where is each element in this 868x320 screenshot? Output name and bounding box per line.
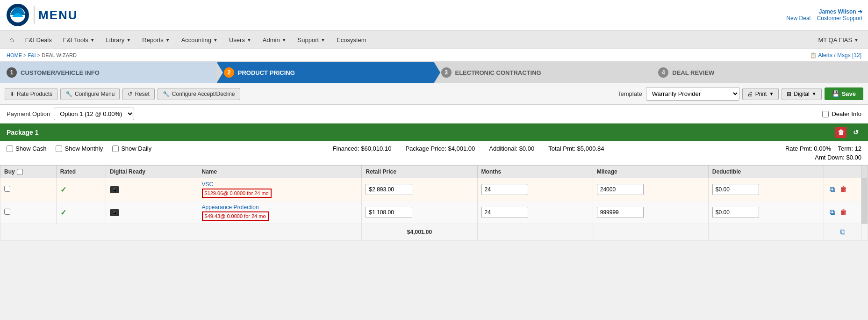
deductible-input-2[interactable] — [712, 207, 759, 218]
nav-reports[interactable]: Reports ▼ — [136, 32, 175, 48]
alerts-link[interactable]: Alerts / Msgs [12] — [818, 52, 861, 58]
package-price-value: $4,001.00 — [448, 145, 475, 152]
print-button[interactable]: 🖨 Print ▼ — [742, 88, 779, 100]
show-monthly-label[interactable]: Show Monthly — [56, 145, 103, 152]
total-actions-cell: ⧉ — [824, 224, 861, 240]
header-divider — [34, 6, 35, 24]
nav-ecosystem[interactable]: Ecosystem — [331, 32, 372, 48]
package-refresh-button[interactable]: ↺ — [850, 127, 861, 138]
nav-fi-tools[interactable]: F&I Tools ▼ — [57, 32, 100, 48]
breadcrumb: HOME > F&I > DEAL WIZARD — [7, 52, 77, 58]
months-cell-2 — [477, 201, 593, 224]
toolbar: ⬇ Rate Products 🔧 Configure Menu ↺ Reset… — [0, 83, 868, 105]
col-digital-ready: Digital Ready — [106, 166, 198, 178]
col-deductible: Deductible — [708, 166, 824, 178]
nav-admin[interactable]: Admin ▼ — [257, 32, 292, 48]
top-right-links: James Wilson ➔ New Deal Customer Support — [782, 8, 862, 22]
wizard-step-1[interactable]: 1 CUSTOMER/VEHICLE INFO — [0, 62, 216, 83]
package-summary-row: Show Cash Show Monthly Show Daily Financ… — [0, 141, 868, 165]
total-empty-3 — [708, 224, 824, 240]
col-retail-price: Retail Price — [362, 166, 477, 178]
copy-button-1[interactable]: ⧉ — [828, 184, 837, 195]
wizard-step-4[interactable]: 4 DEAL REVIEW — [652, 62, 868, 83]
show-daily-label[interactable]: Show Daily — [112, 145, 151, 152]
retail-price-input-2[interactable] — [366, 207, 412, 218]
table-total-row: $4,001.00 ⧉ — [0, 224, 868, 240]
months-input-2[interactable] — [481, 207, 528, 218]
deductible-cell-1 — [708, 178, 824, 201]
breadcrumb-home[interactable]: HOME — [7, 52, 22, 58]
step-label-1: CUSTOMER/VEHICLE INFO — [21, 69, 100, 76]
alerts-icon: 📋 — [810, 52, 817, 58]
new-deal-link[interactable]: New Deal — [786, 15, 811, 22]
logo-area: MENU — [6, 3, 78, 27]
rate-products-button[interactable]: ⬇ Rate Products — [5, 88, 57, 100]
save-button[interactable]: 💾 Save — [825, 87, 863, 100]
nav-users[interactable]: Users ▼ — [223, 32, 257, 48]
reset-button[interactable]: ↺ Reset — [122, 88, 154, 100]
nav-fi-deals[interactable]: F&I Deals — [20, 32, 57, 48]
step-num-2: 2 — [224, 67, 234, 78]
retail-price-input-1[interactable] — [366, 184, 412, 195]
total-label-cell — [0, 224, 362, 240]
delete-button-1[interactable]: 🗑 — [838, 184, 849, 195]
nav-home[interactable]: ⌂ — [4, 31, 20, 49]
nav-tenant[interactable]: MT QA FIAS ▼ — [812, 32, 864, 48]
show-cash-checkbox[interactable] — [7, 145, 13, 152]
breadcrumb-fi[interactable]: F&I — [28, 52, 36, 58]
show-daily-checkbox[interactable] — [112, 145, 119, 152]
package-title: Package 1 — [7, 129, 39, 136]
nav-support[interactable]: Support ▼ — [292, 32, 331, 48]
save-icon: 💾 — [832, 90, 839, 97]
copy-button-2[interactable]: ⧉ — [828, 207, 837, 218]
buy-all-checkbox[interactable] — [17, 169, 23, 175]
nav-accounting[interactable]: Accounting ▼ — [176, 32, 223, 48]
configure-menu-button[interactable]: 🔧 Configure Menu — [60, 88, 120, 100]
menu-label: MENU — [38, 8, 78, 22]
package-delete-button[interactable]: 🗑 — [835, 127, 846, 138]
package-secondary: Rate Pmt: 0.00% Term: 12 Amt Down: $0.00 — [785, 145, 861, 161]
package-financials: Financed: $60,010.10 Package Price: $4,0… — [151, 145, 785, 152]
show-cash-label[interactable]: Show Cash — [7, 145, 46, 152]
buy-checkbox-1[interactable] — [4, 186, 10, 192]
rate-pmt-value: 0.00% — [814, 145, 831, 152]
print-icon: 🖨 — [747, 91, 753, 97]
reports-chevron: ▼ — [165, 37, 170, 43]
nav-library[interactable]: Library ▼ — [100, 32, 137, 48]
delete-button-2[interactable]: 🗑 — [838, 207, 849, 218]
buy-checkbox-2[interactable] — [4, 209, 10, 215]
template-area: Template Warranty Provider Standard Cust… — [617, 87, 739, 101]
show-monthly-checkbox[interactable] — [56, 145, 62, 152]
deductible-input-1[interactable] — [712, 184, 759, 195]
configure-menu-icon: 🔧 — [65, 91, 72, 97]
financed-label: Financed: — [333, 145, 359, 152]
rated-check-2: ✓ — [60, 209, 66, 217]
digital-button[interactable]: ⊞ Digital ▼ — [782, 88, 821, 100]
payment-option-select[interactable]: Option 1 (12 @ 0.00%) Option 2 Option 3 — [54, 108, 134, 120]
buy-cell-1 — [0, 178, 57, 201]
scrollbar-total — [861, 224, 868, 240]
months-input-1[interactable] — [481, 184, 528, 195]
wizard-step-3[interactable]: 3 ELECTRONIC CONTRACTING — [435, 62, 651, 83]
username-link[interactable]: James Wilson ➔ — [819, 8, 862, 15]
mileage-input-1[interactable] — [597, 184, 644, 195]
col-months: Months — [477, 166, 593, 178]
dealer-info-checkbox[interactable] — [822, 111, 829, 117]
template-select[interactable]: Warranty Provider Standard Custom — [646, 87, 739, 101]
mileage-cell-2 — [593, 201, 708, 224]
term-value: 12 — [855, 145, 861, 152]
tenant-chevron: ▼ — [854, 37, 859, 43]
rate-products-icon: ⬇ — [10, 91, 14, 97]
wizard-step-2[interactable]: 2 PRODUCT PRICING — [217, 62, 434, 83]
configure-accept-button[interactable]: 🔧 Configure Accept/Decline — [158, 88, 240, 100]
total-copy-button[interactable]: ⧉ — [838, 227, 847, 237]
nav-bar: ⌂ F&I Deals F&I Tools ▼ Library ▼ Report… — [0, 31, 868, 49]
product-name-link-2[interactable]: Appearance Protection — [202, 204, 259, 211]
table-row: ✓ 📱 VSC $129.06@ 0.0000 for 24 mo — [0, 178, 868, 201]
rated-check-1: ✓ — [60, 186, 66, 194]
total-value-cell: $4,001.00 — [362, 224, 477, 240]
product-name-link-1[interactable]: VSC — [202, 181, 214, 188]
mileage-input-2[interactable] — [597, 207, 644, 218]
customer-support-link[interactable]: Customer Support — [817, 15, 862, 22]
col-actions — [824, 166, 861, 178]
